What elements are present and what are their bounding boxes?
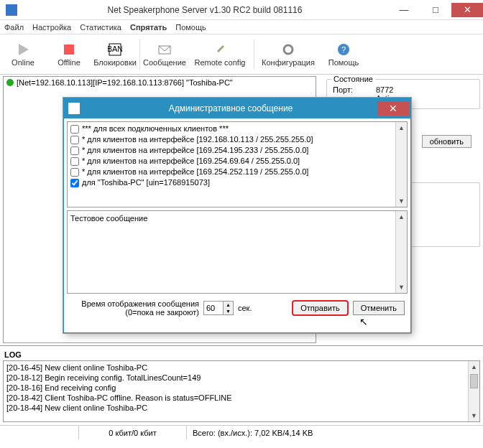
toolbar-sep-2 <box>254 39 254 70</box>
svg-rect-1 <box>64 45 74 55</box>
scroll-up-icon[interactable]: ▲ <box>469 361 479 373</box>
menu-help[interactable]: Помощь <box>175 23 206 32</box>
play-icon <box>16 42 30 57</box>
help-label: Помощь <box>328 58 359 67</box>
log-label: LOG <box>4 350 480 359</box>
admin-message-dialog: Административное сообщение ✕ *** для все… <box>63 98 411 333</box>
menubar: Файл Настройка Статистика Спрятать Помощ… <box>0 20 483 34</box>
recipients-list[interactable]: *** для всех подключенных клиентов *** *… <box>67 121 408 207</box>
port-label: Порт: <box>333 85 376 94</box>
recipient-label: *** для всех подключенных клиентов *** <box>82 123 229 134</box>
message-button[interactable]: Сообщение <box>142 37 188 73</box>
recipient-checkbox[interactable] <box>70 157 79 166</box>
menu-hide[interactable]: Спрятать <box>130 23 167 32</box>
titlebar: Net Speakerphone Server v1.30 RC2 build … <box>0 0 483 20</box>
online-dot-icon <box>6 79 14 86</box>
statusbar: 0 кбит/0 кбит Всего: (вх./исх.): 7,02 KB… <box>0 425 483 439</box>
menu-stats[interactable]: Статистика <box>80 23 121 32</box>
recipient-row: * для клиентов на интерфейсе [169.254.25… <box>69 167 405 177</box>
scroll-down-icon[interactable]: ▼ <box>396 281 407 293</box>
remote-button[interactable]: Remote config <box>188 37 252 73</box>
maximize-button[interactable]: □ <box>420 3 451 17</box>
help-icon: ? <box>336 42 351 57</box>
modal-close-button[interactable]: ✕ <box>377 101 409 116</box>
message-text: Тестовое сообщение <box>70 214 147 223</box>
log-line: [20-18-16] End receiving config <box>6 383 477 393</box>
msg-scrollbar[interactable]: ▲ ▼ <box>395 211 407 293</box>
log-line: [20-18-42] Client Toshiba-PC offline. Re… <box>6 393 477 403</box>
recipient-checkbox[interactable] <box>70 146 79 155</box>
status-cell-empty <box>0 426 79 439</box>
scroll-down-icon[interactable]: ▼ <box>469 410 479 421</box>
update-button[interactable]: обновить <box>422 135 472 148</box>
config-label: Конфигурация <box>262 58 315 67</box>
svg-point-5 <box>284 45 293 54</box>
total-label: Всего: (вх./исх.): <box>193 429 252 437</box>
modal-icon <box>68 103 80 114</box>
status-legend: Состояние <box>331 75 375 83</box>
scroll-down-icon[interactable]: ▼ <box>396 195 407 207</box>
toolbar: Online Offline BAN Блокировки Сообщение … <box>0 34 483 75</box>
toolbar-sep <box>139 39 140 70</box>
menu-settings[interactable]: Настройка <box>32 23 71 32</box>
close-button[interactable]: ✕ <box>451 3 483 17</box>
scroll-thumb[interactable] <box>470 374 478 388</box>
recipient-row: *** для всех подключенных клиентов *** <box>69 123 405 134</box>
duration-label: Время отображения сообщения (0=пока не з… <box>70 299 199 317</box>
total-value: 7,02 KB/4,14 KB <box>254 429 313 437</box>
log-line: [20-18-12] Begin receiving config. Total… <box>6 373 477 383</box>
app-icon <box>6 4 17 16</box>
recipient-checkbox[interactable] <box>70 125 79 134</box>
help-button[interactable]: ? Помощь <box>321 37 367 73</box>
log-line: [20-18-44] New client online Toshiba-PC <box>6 403 477 413</box>
svg-text:?: ? <box>341 45 346 54</box>
mail-icon <box>157 42 172 57</box>
block-label: Блокировки <box>93 58 137 67</box>
recipient-row: для "Toshiba-PC" [uin=1768915073] <box>69 177 405 188</box>
recipient-label: * для клиентов на интерфейсе [169.254.19… <box>82 145 308 156</box>
scroll-up-icon[interactable]: ▲ <box>396 211 407 223</box>
duration-value: 60 <box>206 304 215 312</box>
window-title: Net Speakerphone Server v1.30 RC2 build … <box>22 5 388 15</box>
duration-label-2: (0=пока не закроют) <box>70 308 199 317</box>
client-text: [Net=192.168.10.113][IP=192.168.10.113:8… <box>17 78 233 87</box>
block-button[interactable]: BAN Блокировки <box>92 37 138 73</box>
offline-button[interactable]: Offline <box>46 37 92 73</box>
duration-label-1: Время отображения сообщения <box>70 299 199 308</box>
recipient-checkbox[interactable] <box>70 136 79 144</box>
message-textarea[interactable]: Тестовое сообщение ▲ ▼ <box>67 210 408 294</box>
online-button[interactable]: Online <box>0 37 46 73</box>
remote-label: Remote config <box>195 58 246 67</box>
stop-icon <box>62 42 76 57</box>
modal-titlebar[interactable]: Административное сообщение ✕ <box>64 98 410 118</box>
recip-scrollbar[interactable]: ▲ ▼ <box>395 122 407 207</box>
log-area: LOG [20-16-45] New client online Toshiba… <box>0 346 483 425</box>
log-line: [20-16-45] New client online Toshiba-PC <box>6 363 477 373</box>
recipient-checkbox[interactable] <box>70 179 79 187</box>
recipient-label: * для клиентов на интерфейсе [192.168.10… <box>82 134 313 145</box>
recipient-checkbox[interactable] <box>70 168 79 177</box>
client-row[interactable]: [Net=192.168.10.113][IP=192.168.10.113:8… <box>4 77 316 88</box>
gear-icon <box>281 42 295 57</box>
spin-up-icon[interactable]: ▲ <box>223 302 233 308</box>
duration-stepper[interactable]: 60 ▲▼ <box>203 301 234 315</box>
scroll-up-icon[interactable]: ▲ <box>396 122 407 134</box>
send-button[interactable]: Отправить <box>292 300 349 316</box>
recipient-label: для "Toshiba-PC" [uin=1768915073] <box>82 177 210 188</box>
cancel-button[interactable]: Отменить <box>353 301 405 315</box>
online-label: Online <box>12 58 34 67</box>
minimize-button[interactable]: — <box>388 3 420 17</box>
port-value: 8772 <box>376 85 393 94</box>
svg-marker-0 <box>19 44 29 55</box>
recipient-label: * для клиентов на интерфейсе [169.254.25… <box>82 167 308 177</box>
recipient-row: * для клиентов на интерфейсе [192.168.10… <box>69 134 405 145</box>
offline-label: Offline <box>58 58 80 67</box>
recipient-row: * для клиентов на интерфейсе [169.254.69… <box>69 156 405 167</box>
log-box[interactable]: [20-16-45] New client online Toshiba-PC … <box>3 360 480 422</box>
menu-file[interactable]: Файл <box>4 23 24 32</box>
spin-down-icon[interactable]: ▼ <box>223 308 233 314</box>
sec-label: сек. <box>238 304 252 312</box>
log-scrollbar[interactable]: ▲ ▼ <box>468 361 479 421</box>
speed-cell: 0 кбит/0 кбит <box>79 426 187 439</box>
config-button[interactable]: Конфигурация <box>256 37 321 73</box>
